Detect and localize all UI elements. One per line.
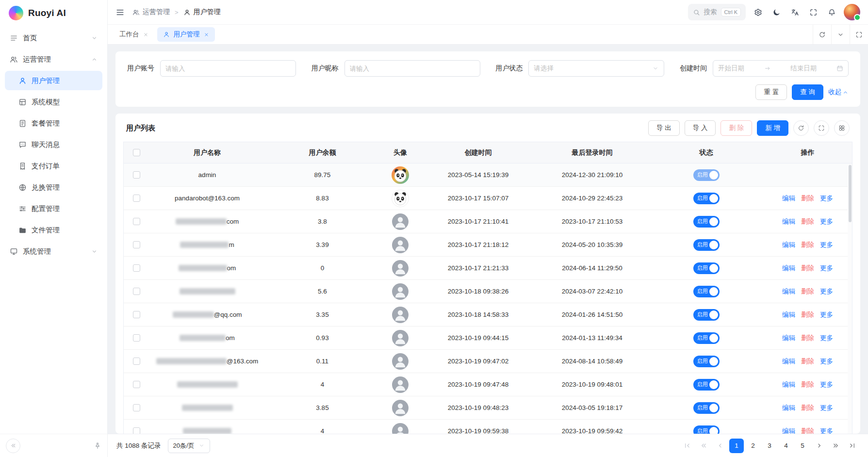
- scrollbar-thumb[interactable]: [849, 165, 852, 222]
- refresh-page-button[interactable]: [813, 25, 831, 44]
- delete-link[interactable]: 删除: [801, 380, 814, 389]
- more-link[interactable]: 更多: [820, 217, 833, 226]
- sidebar-item-exchange-management[interactable]: 兑换管理: [5, 178, 102, 197]
- global-search[interactable]: 搜索 Ctrl K: [688, 4, 746, 20]
- select-all-checkbox[interactable]: [133, 149, 140, 156]
- edit-link[interactable]: 编辑: [782, 380, 795, 389]
- sidebar-item-system-model[interactable]: 系统模型: [5, 92, 102, 112]
- first-page-button[interactable]: [680, 439, 694, 453]
- edit-link[interactable]: 编辑: [782, 287, 795, 296]
- delete-button[interactable]: 删 除: [721, 120, 752, 136]
- delete-link[interactable]: 删除: [801, 241, 814, 249]
- more-link[interactable]: 更多: [820, 427, 833, 434]
- edit-link[interactable]: 编辑: [782, 310, 795, 319]
- status-select[interactable]: 请选择: [528, 60, 664, 77]
- row-checkbox[interactable]: [133, 404, 140, 411]
- more-link[interactable]: 更多: [820, 310, 833, 319]
- language-button[interactable]: [786, 4, 803, 20]
- sidebar-item-user-management[interactable]: 用户管理: [5, 71, 102, 90]
- more-link[interactable]: 更多: [820, 241, 833, 249]
- more-link[interactable]: 更多: [820, 264, 833, 273]
- row-checkbox[interactable]: [133, 311, 140, 318]
- query-button[interactable]: 查 询: [792, 84, 823, 100]
- sidebar-item-config-management[interactable]: 配置管理: [5, 199, 102, 218]
- breadcrumb-item-operations[interactable]: 运营管理: [132, 8, 170, 16]
- status-toggle[interactable]: 启用: [693, 309, 720, 321]
- status-toggle[interactable]: 启用: [693, 169, 720, 181]
- row-checkbox[interactable]: [133, 358, 140, 365]
- delete-link[interactable]: 删除: [801, 427, 814, 434]
- row-checkbox[interactable]: [133, 288, 140, 295]
- more-link[interactable]: 更多: [820, 334, 833, 343]
- tab-options-button[interactable]: [831, 25, 850, 44]
- dark-mode-button[interactable]: [768, 4, 785, 20]
- status-toggle[interactable]: 启用: [693, 239, 720, 251]
- sidebar-item-home[interactable]: 首页: [5, 28, 102, 48]
- notifications-button[interactable]: [823, 4, 840, 20]
- date-range-picker[interactable]: 开始日期 结束日期: [713, 60, 849, 77]
- status-toggle[interactable]: 启用: [693, 425, 720, 434]
- more-link[interactable]: 更多: [820, 287, 833, 296]
- next-page-button[interactable]: [812, 439, 826, 453]
- account-input[interactable]: [160, 60, 296, 77]
- row-checkbox[interactable]: [133, 171, 140, 179]
- status-toggle[interactable]: 启用: [693, 402, 720, 414]
- add-button[interactable]: 新 增: [757, 120, 788, 136]
- close-tab-icon[interactable]: [143, 32, 148, 37]
- delete-link[interactable]: 删除: [801, 264, 814, 273]
- content-fullscreen-button[interactable]: [850, 25, 868, 44]
- sidebar-item-operations[interactable]: 运营管理: [5, 49, 102, 69]
- edit-link[interactable]: 编辑: [782, 427, 795, 434]
- page-size-select[interactable]: 20条/页: [168, 439, 210, 453]
- edit-link[interactable]: 编辑: [782, 264, 795, 273]
- delete-link[interactable]: 删除: [801, 194, 814, 203]
- nickname-input[interactable]: [344, 60, 480, 77]
- row-checkbox[interactable]: [133, 241, 140, 248]
- last-page-button[interactable]: [845, 439, 859, 453]
- row-checkbox[interactable]: [133, 427, 140, 434]
- hamburger-menu-icon[interactable]: [115, 8, 125, 17]
- row-checkbox[interactable]: [133, 334, 140, 342]
- more-link[interactable]: 更多: [820, 357, 833, 366]
- sidebar-item-payment-orders[interactable]: 支付订单: [5, 156, 102, 176]
- collapse-filter-link[interactable]: 收起: [828, 88, 849, 97]
- delete-link[interactable]: 删除: [801, 217, 814, 226]
- table-fullscreen-button[interactable]: [814, 120, 829, 136]
- sidebar-item-system-management[interactable]: 系统管理: [5, 242, 102, 261]
- edit-link[interactable]: 编辑: [782, 217, 795, 226]
- sidebar-item-package-management[interactable]: 套餐管理: [5, 114, 102, 133]
- more-link[interactable]: 更多: [820, 380, 833, 389]
- edit-link[interactable]: 编辑: [782, 241, 795, 249]
- breadcrumb-item-user-management[interactable]: 用户管理: [183, 8, 221, 16]
- sidebar-item-chat-messages[interactable]: 聊天消息: [5, 135, 102, 154]
- delete-link[interactable]: 删除: [801, 334, 814, 343]
- jump-forward-button[interactable]: [828, 439, 843, 453]
- settings-button[interactable]: [750, 4, 766, 20]
- fullscreen-button[interactable]: [805, 4, 821, 20]
- delete-link[interactable]: 删除: [801, 310, 814, 319]
- prev-page-button[interactable]: [713, 439, 727, 453]
- column-settings-button[interactable]: [834, 120, 850, 136]
- pin-icon[interactable]: [94, 442, 101, 450]
- delete-link[interactable]: 删除: [801, 287, 814, 296]
- more-link[interactable]: 更多: [820, 194, 833, 203]
- row-checkbox[interactable]: [133, 381, 140, 388]
- status-toggle[interactable]: 启用: [693, 356, 720, 367]
- edit-link[interactable]: 编辑: [782, 404, 795, 412]
- reset-button[interactable]: 重 置: [755, 84, 787, 100]
- close-tab-icon[interactable]: [204, 32, 209, 37]
- import-button[interactable]: 导 入: [685, 120, 716, 136]
- edit-link[interactable]: 编辑: [782, 194, 795, 203]
- page-3-button[interactable]: 3: [762, 439, 777, 453]
- page-4-button[interactable]: 4: [779, 439, 793, 453]
- jump-back-button[interactable]: [696, 439, 711, 453]
- status-toggle[interactable]: 启用: [693, 193, 720, 204]
- row-checkbox[interactable]: [133, 264, 140, 272]
- more-link[interactable]: 更多: [820, 404, 833, 412]
- status-toggle[interactable]: 启用: [693, 379, 720, 391]
- edit-link[interactable]: 编辑: [782, 357, 795, 366]
- status-toggle[interactable]: 启用: [693, 216, 720, 228]
- export-button[interactable]: 导 出: [648, 120, 680, 136]
- status-toggle[interactable]: 启用: [693, 286, 720, 297]
- sidebar-item-file-management[interactable]: 文件管理: [5, 220, 102, 240]
